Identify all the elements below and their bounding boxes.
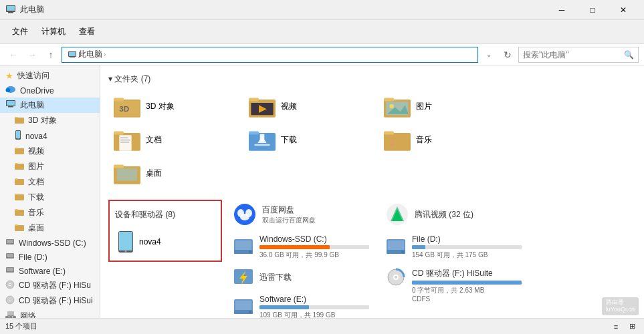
- maximize-button[interactable]: □: [577, 0, 608, 20]
- sidebar-item-download[interactable]: 下载: [0, 190, 100, 205]
- sidebar-item-video[interactable]: 视频: [0, 144, 100, 159]
- folder-item-picture[interactable]: 图片: [379, 90, 512, 122]
- menu-view[interactable]: 查看: [72, 23, 102, 40]
- drive-thunder[interactable]: 迅雷下载: [227, 265, 374, 289]
- baidu-sub: 双击运行百度网盘: [262, 216, 369, 225]
- drive-tencent[interactable]: 腾讯视频 (32 位): [380, 200, 527, 229]
- svg-rect-25: [15, 210, 24, 216]
- sidebar-label-software-e: Software (E:): [19, 267, 66, 276]
- sidebar-label-download: 下载: [28, 192, 44, 203]
- grid-view-button[interactable]: ⊞: [625, 320, 639, 333]
- drive-baidu[interactable]: 百度网盘 双击运行百度网盘: [227, 200, 374, 229]
- svg-rect-72: [260, 134, 265, 141]
- sidebar-item-music[interactable]: 音乐: [0, 205, 100, 220]
- sidebar-label-network: 网络: [20, 311, 36, 318]
- sidebar-item-picture[interactable]: 图片: [0, 159, 100, 174]
- sidebar-label-windows-ssd: Windows-SSD (C:): [19, 238, 86, 248]
- sidebar-label-file-d: File (D:): [19, 253, 47, 262]
- minimize-button[interactable]: ─: [546, 0, 577, 20]
- sidebar-item-file-d[interactable]: File (D:): [0, 250, 100, 264]
- address-dropdown[interactable]: ⌄: [481, 47, 497, 63]
- svg-point-16: [17, 138, 19, 140]
- list-view-button[interactable]: ≡: [609, 320, 623, 333]
- svg-rect-81: [119, 232, 132, 251]
- sidebar-label-onedrive: OneDrive: [20, 86, 54, 96]
- software-e-name: Software (E:): [259, 295, 369, 304]
- folder-desktop-icon: [114, 161, 140, 185]
- folder-document-icon: [114, 128, 140, 152]
- sidebar-label-desktop: 桌面: [28, 222, 44, 234]
- svg-rect-15: [16, 131, 20, 138]
- menu-file[interactable]: 文件: [5, 23, 35, 40]
- sidebar-item-quick-access[interactable]: ★ 快速访问: [0, 68, 100, 84]
- folder-item-video[interactable]: 视频: [243, 90, 377, 122]
- thunder-name: 迅雷下载: [259, 272, 369, 283]
- sidebar-label-3d: 3D 对象: [28, 115, 57, 126]
- svg-rect-21: [15, 179, 24, 185]
- file-d-bar-bg: [412, 245, 522, 249]
- svg-rect-44: [9, 316, 13, 318]
- svg-point-103: [249, 311, 251, 313]
- sidebar-item-cd-f[interactable]: CD 驱动器 (F:) HiSu: [0, 278, 100, 293]
- sidebar-item-thispc[interactable]: 此电脑: [0, 98, 100, 113]
- svg-rect-101: [235, 301, 251, 310]
- drive-windows-ssd[interactable]: Windows-SSD (C:) 36.0 GB 可用，共 99.9 GB: [227, 232, 374, 263]
- svg-rect-66: [120, 138, 128, 138]
- windows-ssd-bar: [259, 245, 330, 249]
- file-d-bar: [412, 245, 425, 249]
- folder-item-download[interactable]: 下载: [243, 124, 377, 156]
- search-input[interactable]: [523, 50, 624, 59]
- svg-rect-67: [120, 140, 130, 140]
- address-input[interactable]: 此电脑 ›: [62, 47, 478, 63]
- svg-rect-2: [8, 12, 13, 13]
- drive-software-e[interactable]: Software (E:) 109 GB 可用，共 199 GB: [227, 292, 374, 318]
- sidebar-item-software-e[interactable]: Software (E:): [0, 264, 100, 278]
- svg-rect-28: [15, 224, 18, 226]
- forward-button[interactable]: →: [24, 47, 40, 63]
- back-button[interactable]: ←: [5, 47, 21, 63]
- address-path: 此电脑: [78, 49, 102, 60]
- sidebar-item-nova4[interactable]: nova4: [0, 128, 100, 144]
- folder-item-document[interactable]: 文档: [108, 124, 242, 156]
- device-nova4[interactable]: nova4: [115, 228, 215, 255]
- cd-hisuite-size: 0 字节可用，共 2.63 MB: [412, 286, 522, 295]
- close-button[interactable]: ✕: [608, 0, 639, 20]
- software-e-size: 109 GB 可用，共 199 GB: [259, 311, 369, 318]
- sidebar-label-thispc: 此电脑: [20, 100, 44, 111]
- svg-rect-73: [254, 144, 270, 146]
- network-icon-sidebar: [5, 311, 16, 318]
- svg-rect-19: [15, 164, 24, 170]
- folder-item-3d[interactable]: 3D 3D 对象: [108, 90, 242, 122]
- svg-rect-24: [15, 194, 18, 195]
- up-button[interactable]: ↑: [43, 47, 59, 63]
- baidu-name: 百度网盘: [262, 204, 369, 216]
- refresh-button[interactable]: ↻: [500, 47, 516, 63]
- search-box[interactable]: 🔍: [518, 47, 639, 63]
- drive-icon-e: [5, 266, 15, 276]
- sidebar-item-onedrive[interactable]: OneDrive: [0, 84, 100, 98]
- sidebar-item-windows-ssd[interactable]: Windows-SSD (C:): [0, 236, 100, 250]
- thunder-info: 迅雷下载: [259, 272, 369, 283]
- svg-rect-17: [15, 148, 24, 154]
- sidebar-item-3d[interactable]: 3D 对象: [0, 113, 100, 128]
- windows-ssd-bar-bg: [259, 245, 369, 249]
- phone-icon-sidebar: [15, 130, 21, 142]
- sidebar-item-cd-f2[interactable]: CD 驱动器 (F:) HiSui: [0, 293, 100, 309]
- drive-cd-hisuite[interactable]: CD 驱动器 (F:) HiSuite 0 字节可用，共 2.63 MB CDF…: [380, 265, 527, 305]
- folder-picture-icon: [384, 94, 411, 118]
- cd-hisuite-bar-bg: [412, 281, 522, 285]
- sidebar-item-desktop[interactable]: 桌面: [0, 220, 100, 236]
- sidebar-item-network[interactable]: 网络: [0, 309, 100, 318]
- svg-rect-22: [15, 178, 18, 180]
- svg-rect-27: [15, 225, 24, 231]
- svg-rect-75: [384, 132, 394, 135]
- menu-computer[interactable]: 计算机: [35, 23, 72, 40]
- folder-item-music[interactable]: ♪ 音乐: [379, 124, 512, 156]
- folder-download-label: 下载: [281, 134, 297, 146]
- toolbar: 文件 计算机 查看: [0, 20, 644, 44]
- sidebar-item-document[interactable]: 文档: [0, 174, 100, 190]
- drive-file-d[interactable]: File (D:) 154 GB 可用，共 175 GB: [380, 232, 527, 263]
- doc-folder-icon-sidebar: [15, 177, 24, 187]
- folder-item-desktop[interactable]: 桌面: [108, 157, 242, 189]
- sidebar-label-music: 音乐: [28, 207, 44, 218]
